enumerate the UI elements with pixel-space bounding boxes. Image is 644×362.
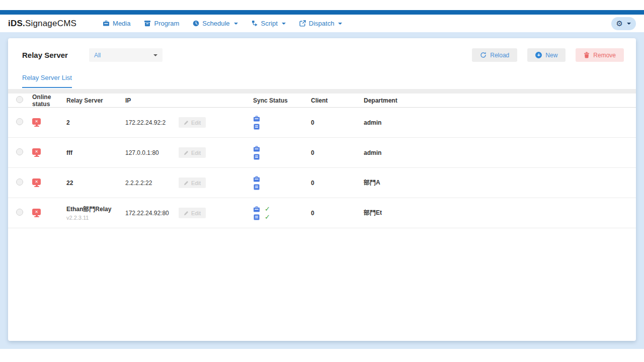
- page-background: Relay Server All Reload + New Remove Rel…: [0, 32, 644, 349]
- pencil-icon: [184, 150, 189, 155]
- edit-button[interactable]: Edit: [179, 208, 206, 218]
- nav-item-dispatch[interactable]: Dispatch: [299, 20, 343, 27]
- chevron-down-icon: [627, 23, 631, 25]
- sync-ok-check-icon: ✓: [265, 206, 270, 212]
- sync-status-cell: ✓ ✓: [253, 175, 311, 191]
- media-sync-icon: [253, 146, 260, 152]
- remove-button[interactable]: Remove: [576, 48, 624, 62]
- edit-label: Edit: [191, 150, 201, 156]
- offline-status-icon: ✕: [32, 148, 41, 155]
- program-sync-icon: [253, 154, 260, 160]
- column-relay-server: Relay Server: [66, 97, 125, 104]
- department-name: admin: [364, 119, 636, 126]
- main-nav: MediaProgramScheduleScriptDispatch: [103, 20, 611, 27]
- page-title: Relay Server: [22, 51, 68, 59]
- select-all-radio[interactable]: [16, 96, 23, 103]
- row-select-radio[interactable]: [16, 118, 23, 125]
- brand-bold-text: iDS.: [8, 19, 25, 28]
- edit-label: Edit: [191, 210, 201, 216]
- script-icon: [252, 20, 258, 27]
- column-client: Client: [311, 97, 364, 104]
- relay-server-filter-select[interactable]: All: [89, 48, 163, 62]
- edit-button[interactable]: Edit: [179, 117, 206, 128]
- column-ip: IP: [125, 97, 179, 104]
- relay-server-name: fff: [66, 149, 125, 156]
- plus-circle-icon: +: [535, 52, 542, 58]
- row-select-radio[interactable]: [16, 178, 23, 186]
- pencil-icon: [184, 180, 189, 186]
- sync-status-cell: ✓ ✓: [253, 145, 311, 160]
- new-button[interactable]: + New: [527, 48, 566, 62]
- program-sync-icon: [253, 124, 260, 130]
- chevron-down-icon: [282, 23, 286, 25]
- chevron-down-icon: [338, 23, 342, 25]
- nav-item-label: Schedule: [202, 20, 229, 27]
- nav-item-label: Script: [261, 20, 278, 27]
- refresh-icon: [480, 52, 487, 58]
- program-sync-icon: [253, 184, 260, 190]
- nav-item-script[interactable]: Script: [252, 20, 286, 27]
- remove-label: Remove: [593, 52, 616, 59]
- relay-server-ip: 172.22.24.92:2: [125, 119, 179, 126]
- row-select-radio[interactable]: [16, 209, 23, 216]
- nav-item-label: Dispatch: [309, 20, 335, 27]
- nav-item-label: Media: [113, 20, 130, 27]
- relay-server-panel: Relay Server All Reload + New Remove Rel…: [8, 38, 636, 341]
- table-row: ✕ 2 172.22.24.92:2 Edit ✓ ✓ 0 admin: [8, 108, 636, 138]
- top-accent-bar: [0, 10, 644, 15]
- tab-bar: Relay Server List: [8, 62, 636, 88]
- department-name: admin: [364, 149, 636, 156]
- edit-label: Edit: [191, 180, 201, 186]
- tab-relay-server-list[interactable]: Relay Server List: [22, 74, 72, 88]
- chevron-down-icon: [153, 54, 157, 56]
- schedule-icon: [193, 20, 199, 27]
- media-sync-icon: [253, 206, 260, 212]
- table-row: ✕ 22 2.2.2.2:22 Edit ✓ ✓ 0 部門A: [8, 168, 636, 198]
- brand-logo[interactable]: iDS.SignageCMS: [8, 19, 76, 29]
- settings-button[interactable]: ⚙: [611, 17, 636, 30]
- offline-status-icon: ✕: [32, 118, 41, 125]
- edit-button[interactable]: Edit: [179, 177, 206, 188]
- program-sync-icon: [253, 214, 260, 220]
- sync-ok-check-icon: ✓: [265, 214, 270, 220]
- table-row: ✕ Ethan部門Relay v2.2.3.11 172.22.24.92:80…: [8, 198, 636, 228]
- column-online-status: Online status: [31, 94, 66, 108]
- pencil-icon: [184, 211, 189, 216]
- new-label: New: [545, 52, 557, 59]
- client-count: 0: [311, 210, 364, 217]
- reload-button[interactable]: Reload: [472, 48, 517, 62]
- dispatch-icon: [299, 20, 306, 27]
- client-count: 0: [311, 179, 364, 187]
- media-sync-icon: [253, 116, 260, 122]
- nav-item-label: Program: [154, 20, 179, 27]
- client-count: 0: [311, 119, 364, 126]
- reload-label: Reload: [490, 52, 509, 59]
- chevron-down-icon: [234, 23, 238, 25]
- column-department: Department: [364, 97, 636, 104]
- relay-server-ip: 127.0.0.1:80: [125, 149, 179, 156]
- filter-selected-value: All: [94, 52, 101, 59]
- edit-button[interactable]: Edit: [179, 147, 206, 158]
- edit-label: Edit: [191, 120, 201, 126]
- app-header: iDS.SignageCMS MediaProgramScheduleScrip…: [0, 15, 644, 32]
- offline-status-icon: ✕: [32, 209, 41, 215]
- program-icon: [144, 20, 151, 27]
- relay-server-ip: 2.2.2.2:22: [125, 179, 179, 187]
- sync-status-cell: ✓ ✓: [253, 206, 311, 221]
- relay-server-version: v2.2.3.11: [66, 215, 125, 221]
- row-select-radio[interactable]: [16, 148, 23, 155]
- media-icon: [103, 20, 110, 27]
- client-count: 0: [311, 149, 364, 156]
- nav-item-schedule[interactable]: Schedule: [193, 20, 237, 27]
- relay-server-ip: 172.22.24.92:80: [125, 210, 179, 217]
- department-name: 部門A: [364, 178, 636, 187]
- gear-icon: ⚙: [616, 20, 623, 27]
- relay-server-name: Ethan部門Relay: [66, 205, 125, 214]
- nav-item-program[interactable]: Program: [144, 20, 179, 27]
- trash-icon: [584, 52, 590, 58]
- table-body: ✕ 2 172.22.24.92:2 Edit ✓ ✓ 0 admin: [8, 108, 636, 228]
- department-name: 部門Et: [364, 209, 636, 217]
- nav-item-media[interactable]: Media: [103, 20, 130, 27]
- table-header: Online status Relay Server IP Sync Statu…: [8, 94, 636, 108]
- relay-server-name: 2: [66, 119, 125, 126]
